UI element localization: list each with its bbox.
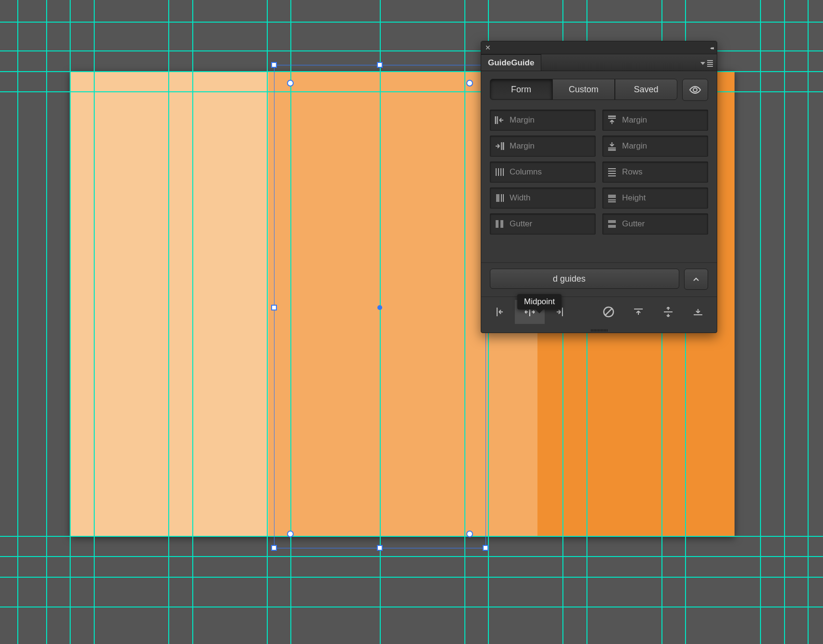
gutter-h-icon — [607, 219, 617, 229]
field-placeholder: Margin — [510, 115, 535, 125]
columns-icon — [494, 167, 505, 177]
gutter-v-icon — [494, 219, 505, 229]
guide-v[interactable] — [168, 0, 169, 644]
panel-tab-title[interactable]: GuideGuide — [481, 54, 541, 71]
rows-icon — [607, 167, 617, 177]
svg-rect-3 — [500, 220, 503, 228]
selection-center-dot[interactable] — [377, 305, 382, 310]
selection-anchor — [287, 80, 294, 87]
guide-v[interactable] — [760, 0, 761, 644]
columns-field[interactable]: Columns — [490, 161, 596, 183]
add-guides-button[interactable]: d guides — [490, 269, 679, 289]
margin-left-field[interactable]: Margin — [490, 110, 596, 131]
gutter-v-field[interactable]: Gutter — [490, 213, 596, 235]
selection-handle-bm[interactable] — [377, 545, 383, 551]
guide-v[interactable] — [464, 0, 465, 644]
quick-bottom-edge-button[interactable] — [683, 300, 713, 324]
svg-rect-4 — [608, 220, 616, 223]
field-placeholder: Margin — [510, 141, 535, 151]
quick-top-edge-button[interactable] — [623, 300, 653, 324]
guide-h[interactable] — [0, 607, 823, 607]
margin-top-icon — [607, 115, 617, 125]
width-field[interactable]: Width — [490, 187, 596, 209]
guide-h[interactable] — [0, 536, 823, 537]
eye-icon — [689, 86, 701, 94]
field-placeholder: Height — [622, 193, 646, 203]
width-icon — [494, 193, 505, 203]
close-icon[interactable]: ✕ — [485, 44, 491, 51]
tab-custom[interactable]: Custom — [552, 79, 615, 100]
svg-rect-1 — [608, 195, 616, 198]
guide-v[interactable] — [46, 0, 47, 644]
quick-clear-button[interactable] — [594, 300, 623, 324]
svg-rect-5 — [608, 225, 616, 228]
add-guides-options-button[interactable] — [684, 269, 708, 290]
margin-right-field[interactable]: Margin — [490, 136, 596, 157]
field-placeholder: Width — [510, 193, 530, 203]
selection-anchor — [287, 531, 294, 537]
height-icon — [607, 193, 617, 203]
margin-right-icon — [494, 141, 505, 151]
tooltip-midpoint: Midpoint — [517, 294, 561, 310]
svg-rect-2 — [496, 220, 499, 228]
margin-bottom-field[interactable]: Margin — [602, 136, 708, 157]
rows-field[interactable]: Rows — [602, 161, 708, 183]
selection-handle-tl[interactable] — [271, 62, 277, 68]
guide-v[interactable] — [784, 0, 785, 644]
guide-v[interactable] — [290, 0, 291, 644]
guide-v[interactable] — [808, 0, 809, 644]
guide-v[interactable] — [267, 0, 268, 644]
svg-rect-0 — [496, 194, 499, 202]
guide-h[interactable] — [0, 556, 823, 557]
guide-v[interactable] — [17, 0, 18, 644]
square-light[interactable] — [70, 71, 268, 536]
field-placeholder: Gutter — [622, 219, 645, 229]
guide-v[interactable] — [94, 0, 95, 644]
guide-h[interactable] — [0, 22, 823, 23]
panel-resize-grip[interactable] — [481, 328, 717, 333]
quick-left-edge-button[interactable] — [485, 300, 515, 324]
selection-handle-br[interactable] — [483, 545, 488, 551]
guide-h[interactable] — [0, 577, 823, 578]
tab-saved[interactable]: Saved — [615, 79, 677, 100]
gutter-h-field[interactable]: Gutter — [602, 213, 708, 235]
margin-bottom-icon — [607, 141, 617, 151]
guideguide-panel[interactable]: ✕ ◂◂ GuideGuide Form Custom Saved Margin — [481, 41, 717, 333]
guide-v[interactable] — [192, 0, 193, 644]
selection-handle-ml[interactable] — [271, 305, 277, 310]
visibility-toggle[interactable] — [682, 79, 708, 101]
field-placeholder: Rows — [622, 167, 643, 177]
selection-handle-bl[interactable] — [271, 545, 277, 551]
margin-left-icon — [494, 115, 505, 125]
guide-v[interactable] — [70, 0, 71, 644]
selection-handle-tm[interactable] — [377, 62, 383, 68]
margin-top-field[interactable]: Margin — [602, 110, 708, 131]
panel-titlebar[interactable]: ✕ ◂◂ — [481, 41, 717, 54]
field-placeholder: Margin — [622, 141, 647, 151]
height-field[interactable]: Height — [602, 187, 708, 209]
panel-menu-icon[interactable] — [700, 60, 713, 71]
selection-anchor — [466, 531, 473, 537]
selection-anchor — [466, 80, 473, 87]
collapse-icon[interactable]: ◂◂ — [710, 45, 713, 50]
quick-guides-row — [481, 297, 717, 328]
chevron-up-icon — [693, 277, 699, 282]
field-placeholder: Gutter — [510, 219, 532, 229]
field-placeholder: Columns — [510, 167, 542, 177]
quick-horizontal-midpoint-button[interactable] — [653, 300, 683, 324]
mode-segmented-control: Form Custom Saved — [490, 79, 708, 101]
tab-form[interactable]: Form — [490, 79, 552, 100]
field-placeholder: Margin — [622, 115, 647, 125]
